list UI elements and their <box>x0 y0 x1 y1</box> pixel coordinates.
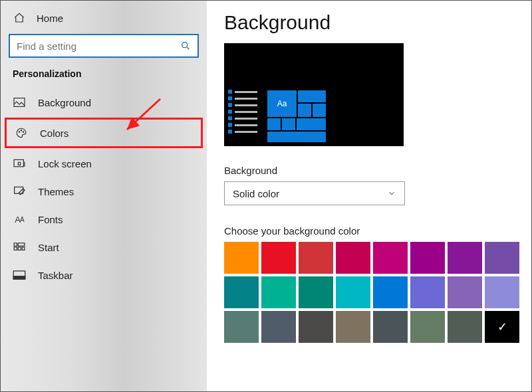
color-section-label: Choose your background color <box>224 225 514 237</box>
sidebar-item-label: Themes <box>38 186 74 197</box>
sidebar: Home Personalization Background <box>1 1 207 391</box>
main-content: Background Aa Backgrou <box>207 1 531 391</box>
color-swatch[interactable] <box>261 242 296 274</box>
sidebar-item-label: Colors <box>40 128 68 139</box>
color-swatch[interactable] <box>410 242 445 274</box>
preview-tile-aa: Aa <box>267 90 297 118</box>
background-preview: Aa <box>224 43 404 146</box>
svg-rect-14 <box>13 276 25 279</box>
sidebar-nav: Background Colors Lock screen Themes <box>1 88 207 289</box>
color-swatch[interactable] <box>373 276 408 308</box>
background-type-dropdown[interactable]: Solid color <box>224 181 405 205</box>
color-swatch[interactable] <box>485 276 519 308</box>
start-icon <box>13 241 26 254</box>
color-swatch[interactable] <box>336 242 370 274</box>
color-swatch-grid <box>224 242 514 343</box>
color-swatch[interactable] <box>485 311 519 343</box>
picture-icon <box>13 96 26 109</box>
preview-tiles: Aa <box>267 90 327 143</box>
background-type-value: Solid color <box>233 188 279 199</box>
sidebar-item-fonts[interactable]: AA Fonts <box>1 205 207 233</box>
color-swatch[interactable] <box>299 311 333 343</box>
color-swatch[interactable] <box>373 242 408 274</box>
sidebar-item-taskbar[interactable]: Taskbar <box>1 261 207 289</box>
sidebar-item-label: Taskbar <box>38 270 73 281</box>
chevron-down-icon <box>387 189 396 198</box>
color-swatch[interactable] <box>448 242 482 274</box>
color-swatch[interactable] <box>373 311 408 343</box>
fonts-icon: AA <box>13 213 26 226</box>
color-swatch[interactable] <box>224 311 259 343</box>
sidebar-item-label: Start <box>38 242 59 253</box>
color-swatch[interactable] <box>299 242 333 274</box>
sidebar-home-label: Home <box>37 13 63 24</box>
svg-rect-12 <box>22 247 25 250</box>
background-type-label: Background <box>224 165 514 176</box>
sidebar-item-lockscreen[interactable]: Lock screen <box>1 149 207 177</box>
color-swatch[interactable] <box>299 276 333 308</box>
color-swatch[interactable] <box>336 276 370 308</box>
color-swatch[interactable] <box>410 311 445 343</box>
search-icon <box>180 41 191 51</box>
color-swatch[interactable] <box>448 276 482 308</box>
sidebar-item-background[interactable]: Background <box>1 88 207 116</box>
color-swatch[interactable] <box>261 311 296 343</box>
svg-rect-5 <box>14 159 23 166</box>
svg-rect-10 <box>14 247 17 250</box>
palette-icon <box>15 126 28 140</box>
svg-rect-8 <box>14 243 17 246</box>
sidebar-item-start[interactable]: Start <box>1 233 207 261</box>
home-icon <box>13 11 26 25</box>
svg-rect-6 <box>18 162 20 165</box>
svg-point-4 <box>23 132 24 133</box>
svg-point-3 <box>21 130 22 132</box>
sidebar-category-title: Personalization <box>1 67 207 84</box>
sidebar-item-label: Fonts <box>38 214 63 225</box>
color-swatch[interactable] <box>448 311 482 343</box>
search-input[interactable] <box>17 41 180 52</box>
sidebar-item-colors[interactable]: Colors <box>5 118 203 148</box>
sidebar-home[interactable]: Home <box>1 6 207 34</box>
sidebar-item-label: Lock screen <box>38 158 92 169</box>
preview-start-list <box>228 90 257 134</box>
svg-rect-9 <box>18 243 25 246</box>
settings-window: Home Personalization Background <box>0 0 532 392</box>
color-swatch[interactable] <box>336 311 370 343</box>
svg-point-0 <box>182 43 188 48</box>
search-container <box>9 34 199 58</box>
lockscreen-icon <box>13 157 26 170</box>
color-swatch[interactable] <box>224 242 259 274</box>
themes-icon <box>13 185 26 198</box>
sidebar-item-themes[interactable]: Themes <box>1 177 207 205</box>
color-swatch[interactable] <box>410 276 445 308</box>
page-title: Background <box>224 11 514 34</box>
color-swatch[interactable] <box>224 276 259 308</box>
color-swatch[interactable] <box>485 242 519 274</box>
color-swatch[interactable] <box>261 276 296 308</box>
taskbar-icon <box>13 268 26 282</box>
sidebar-item-label: Background <box>38 97 91 108</box>
search-box[interactable] <box>9 34 199 58</box>
svg-rect-11 <box>18 247 21 250</box>
svg-point-2 <box>19 132 20 133</box>
